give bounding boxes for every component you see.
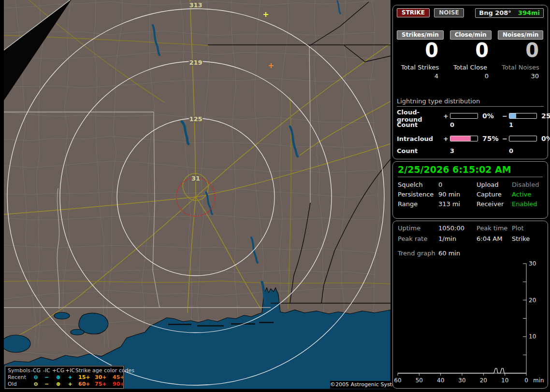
plus-sign: + (443, 112, 450, 120)
receiver-label: Receiver (477, 200, 512, 208)
legend-col-neg-cg: -CG (30, 367, 42, 374)
legend-age-code: 30+ (95, 374, 113, 381)
total-noises-value: 30 (497, 72, 544, 80)
legend-strike-symbol: − (42, 374, 52, 381)
ring-label-31: 31 (191, 175, 200, 182)
legend-age-code: 60+ (78, 381, 95, 388)
total-close-value: 0 (447, 72, 493, 80)
legend-strike-symbol: ⊖ (30, 374, 42, 381)
intracloud-minus-count: 0 (509, 147, 539, 154)
legend-strike-symbol: + (65, 374, 75, 381)
minus-sign: − (502, 112, 509, 120)
legend-strike-symbol: + (65, 381, 75, 388)
legend-strike-symbol: ⊕ (52, 374, 65, 381)
cloud-ground-plus-pct: 0% (480, 112, 502, 120)
plus-sign: + (443, 135, 450, 142)
ring-label-313: 313 (189, 1, 202, 9)
bearing-readout: Bng 208°394mi (475, 8, 544, 18)
svg-text:10: 10 (501, 377, 508, 384)
map-svg: 313 219 125 31 (4, 0, 391, 389)
squelch-value: 0 (438, 181, 477, 189)
svg-text:min: min (533, 377, 544, 384)
capture-label: Capture (477, 191, 512, 198)
cloud-ground-plus-count: 0 (450, 121, 480, 128)
intracloud-plus-count: 3 (450, 147, 480, 154)
distribution-header: Lightning type distribution (397, 98, 544, 107)
strikes-per-min-button[interactable]: Strikes/min (397, 30, 444, 40)
legend-age-code: 15+ (78, 374, 95, 381)
intracloud-minus-bar (509, 136, 537, 141)
range-value: 313 mi (438, 200, 477, 208)
noises-per-min-value: 0 (497, 40, 544, 60)
range-label: Range (398, 200, 438, 208)
bearing-distance: 394mi (518, 9, 540, 16)
total-noises-label: Total Noises (497, 64, 544, 71)
ring-label-125: 125 (189, 115, 202, 123)
count-label: Count (397, 121, 443, 128)
legend-strike-symbol: ⊕ (52, 381, 65, 388)
svg-text:30: 30 (458, 377, 465, 384)
svg-text:30: 30 (529, 260, 536, 267)
legend-age-header: Strike age color codes (75, 367, 130, 374)
intracloud-minus-pct: 0% (539, 135, 550, 142)
noise-mode-button[interactable]: NOISE (434, 8, 464, 17)
map-canvas[interactable]: 313 219 125 31 Symbols -CG -IC +CG +IC S… (4, 0, 391, 389)
legend-age-code: 90+ (113, 381, 130, 388)
legend-age-code: 75+ (95, 381, 113, 388)
total-close-label: Total Close (447, 64, 493, 71)
cloud-ground-count-row: Count 0 1 (397, 121, 544, 128)
legend-row-recent: Recent⊖−⊕+15+30+45+ (8, 374, 122, 381)
bearing-label: Bng 208° (479, 9, 511, 16)
strike-rate-series (398, 368, 526, 373)
upload-label: Upload (477, 181, 512, 189)
receiver-value: Enabled (512, 200, 545, 208)
squelch-label: Squelch (398, 181, 438, 189)
legend-row-old: Old⊖−⊕+60+75+90+ (8, 381, 122, 388)
minus-sign: − (502, 135, 509, 142)
svg-text:20: 20 (480, 377, 487, 384)
persistence-value: 90 min (438, 191, 477, 198)
cloud-ground-plus-bar (450, 113, 478, 119)
cloud-ground-minus-pct: 25% (539, 112, 550, 120)
legend-col-pos-ic: +IC (65, 367, 75, 374)
svg-text:40: 40 (437, 377, 444, 384)
legend-strike-symbol: ⊖ (30, 381, 42, 388)
legend-row-label: Old (8, 381, 30, 388)
total-strikes-label: Total Strikes (397, 64, 443, 71)
close-per-min-button[interactable]: Close/min (450, 30, 492, 40)
copyright-text: ©2005 Astrogenic Systems (330, 381, 391, 389)
app-window: 313 219 125 31 Symbols -CG -IC +CG +IC S… (0, 0, 550, 392)
trend-panel: Uptime 1050:00 Peak time Plot Peak rate … (392, 221, 548, 389)
map-legend: Symbols -CG -IC +CG +IC Strike age color… (5, 366, 124, 389)
cloud-ground-minus-count: 1 (509, 121, 539, 128)
intracloud-label: Intracloud (397, 135, 443, 142)
strike-counters-panel: STRIKE NOISE Bng 208°394mi Strikes/min C… (392, 5, 548, 159)
persistence-label: Persistence (398, 191, 438, 198)
legend-col-neg-ic: -IC (42, 367, 52, 374)
count-label: Count (397, 147, 443, 154)
legend-col-pos-cg: +CG (52, 367, 65, 374)
legend-header-row: Symbols -CG -IC +CG +IC Strike age color… (8, 367, 122, 374)
svg-text:10: 10 (529, 333, 536, 340)
upload-value: Disabled (512, 181, 545, 189)
status-panel: 2/25/2026 6:15:02 AM Squelch 0 Upload Di… (392, 161, 548, 219)
total-strikes-value: 4 (397, 72, 443, 80)
svg-text:50: 50 (416, 377, 423, 384)
strikes-per-min-value: 0 (397, 40, 443, 60)
svg-text:20: 20 (529, 297, 536, 304)
svg-text:60: 60 (394, 377, 401, 384)
capture-value: Active (512, 191, 545, 198)
cloud-ground-minus-bar (509, 113, 537, 119)
ring-label-219: 219 (189, 59, 202, 66)
intracloud-plus-bar (450, 136, 478, 141)
strike-mode-button[interactable]: STRIKE (397, 8, 430, 17)
close-per-min-value: 0 (447, 40, 493, 60)
intracloud-row: Intracloud + 75% − 0% (397, 135, 544, 142)
legend-age-code: 45+ (113, 374, 130, 381)
intracloud-plus-pct: 75% (480, 135, 502, 142)
datetime-display: 2/25/2026 6:15:02 AM (398, 164, 543, 177)
intracloud-count-row: Count 3 0 (397, 147, 544, 154)
trend-graph: 6050403020100min102030 (393, 221, 548, 388)
noises-per-min-button[interactable]: Noises/min (498, 30, 543, 40)
svg-text:0: 0 (524, 377, 528, 384)
